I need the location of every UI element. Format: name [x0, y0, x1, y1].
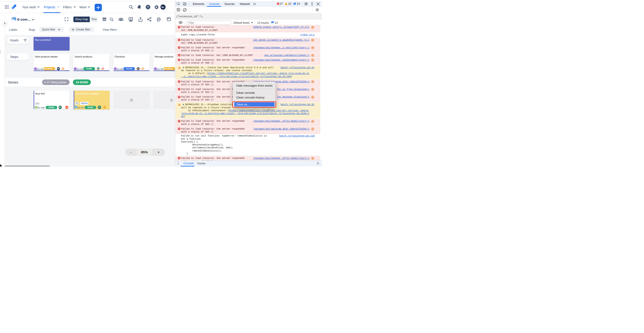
svg-text:?: ?	[147, 5, 149, 9]
